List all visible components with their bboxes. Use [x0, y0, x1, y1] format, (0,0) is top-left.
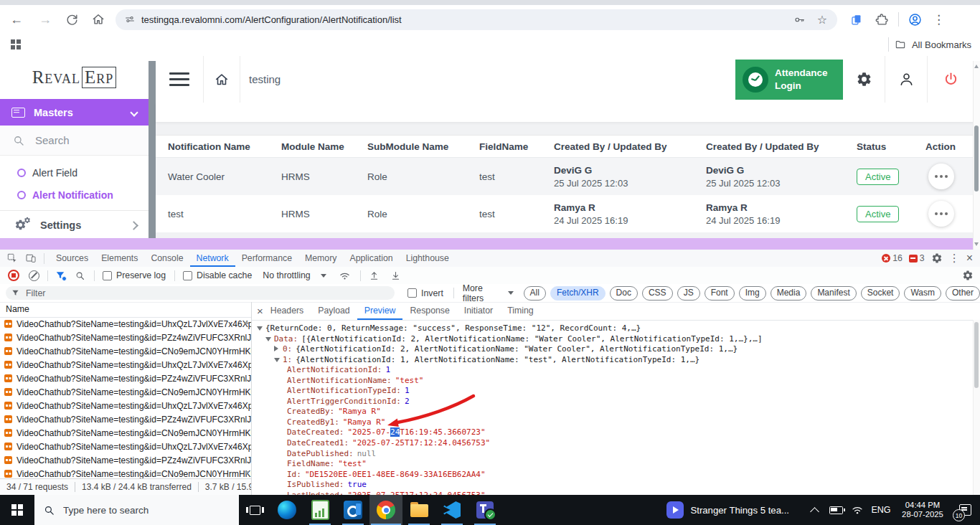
taskbar-search-input[interactable]: [62, 504, 222, 516]
requests-scroll-up-arrow[interactable]: [245, 321, 249, 324]
taskbar-app-outlook[interactable]: [336, 495, 369, 525]
tab-memory[interactable]: Memory: [298, 250, 343, 267]
chip-socket[interactable]: Socket: [861, 286, 900, 301]
request-row[interactable]: VideoChathub?SiteName=testing&id=CNo9emJ…: [0, 426, 251, 440]
notification-center-button[interactable]: 10: [950, 495, 980, 525]
chip-wasm[interactable]: Wasm: [904, 286, 941, 301]
scroll-thumb[interactable]: [974, 126, 979, 191]
taskbar-search[interactable]: [34, 495, 239, 525]
tab-sources[interactable]: Sources: [50, 250, 95, 267]
chip-all[interactable]: All: [524, 286, 546, 301]
scroll-up-arrow[interactable]: [974, 65, 979, 68]
network-indicator[interactable]: [847, 495, 867, 525]
request-row[interactable]: VideoChathub?SiteName=testing&id=CNo9emJ…: [0, 385, 251, 399]
scroll-thumb[interactable]: [974, 322, 979, 388]
site-info-icon[interactable]: [124, 14, 136, 25]
network-conditions-icon[interactable]: [339, 270, 351, 282]
issues-indicator[interactable]: 3: [909, 253, 925, 263]
bookmark-star-icon[interactable]: ☆: [817, 13, 827, 27]
reading-list-icon[interactable]: [849, 13, 863, 27]
request-row[interactable]: VideoChathub?SiteName=testing&id=PZz4wZi…: [0, 453, 251, 467]
chip-css[interactable]: CSS: [642, 286, 673, 301]
sidebar-scrollbar[interactable]: [149, 61, 156, 238]
sidebar-item-settings[interactable]: Settings: [0, 211, 149, 240]
throttling-caret-icon[interactable]: [321, 274, 326, 278]
all-bookmarks-label[interactable]: All Bookmarks: [912, 39, 971, 50]
devtools-close-icon[interactable]: ×: [966, 252, 973, 265]
request-row[interactable]: VideoChathub?SiteName=testing&id=CNo9emJ…: [0, 467, 251, 479]
scroll-down-arrow[interactable]: [974, 242, 979, 246]
requests-scroll-down-arrow[interactable]: [245, 471, 249, 475]
chip-img[interactable]: Img: [739, 286, 766, 301]
url-text[interactable]: testingqa.revalomni.com/AlertConfigurati…: [141, 14, 793, 25]
tab-lighthouse[interactable]: Lighthouse: [400, 250, 456, 267]
json-item0-line[interactable]: 0:{AlertNotificationId: 2, AlertNotifica…: [257, 344, 974, 355]
sidebar-item-alert-field[interactable]: Alert Field: [0, 161, 149, 184]
password-key-icon[interactable]: [793, 14, 806, 26]
user-profile-button[interactable]: [885, 56, 927, 103]
media-control[interactable]: Stranger Things 5 tea...: [666, 501, 789, 519]
devtools-menu-icon[interactable]: ⋮: [949, 252, 960, 265]
disable-cache-checkbox[interactable]: [183, 271, 192, 280]
chip-manifest[interactable]: Manifest: [811, 286, 856, 301]
request-row[interactable]: VideoChathub?SiteName=testing&id=UhxQzL7…: [0, 440, 251, 453]
disable-cache-label[interactable]: Disable cache: [197, 270, 252, 280]
extensions-icon[interactable]: [875, 13, 889, 27]
chip-other[interactable]: Other: [946, 286, 980, 301]
json-root-line[interactable]: {ReturnCode: 0, ReturnMessage: "success"…: [257, 323, 974, 334]
chip-media[interactable]: Media: [771, 286, 807, 301]
taskbar-app-edge[interactable]: [270, 495, 303, 525]
battery-indicator[interactable]: [824, 495, 847, 525]
start-button[interactable]: [0, 495, 34, 525]
import-har-icon[interactable]: [369, 270, 380, 281]
home-button-app[interactable]: [204, 56, 240, 103]
menu-toggle-button[interactable]: [156, 56, 203, 103]
tab-payload[interactable]: Payload: [311, 302, 357, 320]
taskbar-app-notepad[interactable]: [303, 495, 336, 525]
twisty-open-icon[interactable]: [265, 337, 271, 341]
network-settings-gear-icon[interactable]: [962, 270, 974, 281]
profile-icon[interactable]: [908, 12, 923, 27]
reload-button[interactable]: [65, 13, 79, 27]
taskbar-app-chrome[interactable]: [369, 495, 402, 525]
tab-application[interactable]: Application: [343, 250, 399, 267]
requests-name-header[interactable]: Name: [0, 302, 251, 318]
request-row[interactable]: VideoChathub?SiteName=testing&id=UhxQzL7…: [0, 399, 251, 412]
language-indicator[interactable]: ENG: [867, 505, 895, 515]
request-row[interactable]: VideoChathub?SiteName=testing&id=PZz4wZi…: [0, 372, 251, 385]
invert-checkbox[interactable]: [407, 288, 417, 298]
chip-js[interactable]: JS: [677, 286, 700, 301]
clear-network-log-button[interactable]: [29, 270, 39, 281]
media-title[interactable]: Stranger Things 5 tea...: [690, 505, 789, 516]
preview-scrollbar[interactable]: [973, 320, 980, 495]
app-settings-button[interactable]: [843, 56, 885, 103]
network-filter-input[interactable]: [24, 288, 386, 299]
tab-initiator[interactable]: Initiator: [457, 302, 500, 320]
taskbar-app-vscode[interactable]: [435, 495, 468, 525]
media-play-icon[interactable]: [666, 501, 684, 519]
twisty-open-icon[interactable]: [257, 326, 263, 331]
tab-preview[interactable]: Preview: [357, 302, 403, 320]
export-har-icon[interactable]: [390, 270, 401, 281]
chip-font[interactable]: Font: [705, 286, 735, 301]
json-data-line[interactable]: Data:[{AlertNotificationId: 2, AlertNoti…: [257, 334, 974, 345]
row-actions-button[interactable]: [928, 164, 954, 189]
tab-network[interactable]: Network: [190, 250, 235, 267]
tab-headers[interactable]: Headers: [263, 302, 311, 320]
tab-elements[interactable]: Elements: [95, 250, 144, 267]
attendance-login-button[interactable]: Attendance Login: [735, 60, 843, 100]
tab-performance[interactable]: Performance: [235, 250, 298, 267]
request-row[interactable]: VideoChathub?SiteName=testing&id=UhxQzL7…: [0, 358, 251, 372]
preserve-log-checkbox[interactable]: [103, 271, 112, 280]
url-bar[interactable]: testingqa.revalomni.com/AlertConfigurati…: [116, 9, 837, 30]
forward-button[interactable]: →: [39, 12, 52, 27]
sidebar-search-input[interactable]: [34, 133, 137, 147]
request-row[interactable]: VideoChathub?SiteName=testing&id=PZz4wZi…: [0, 412, 251, 426]
search-network-icon[interactable]: [75, 270, 85, 281]
page-scrollbar[interactable]: [973, 61, 980, 250]
logout-button[interactable]: [928, 56, 974, 103]
tab-timing[interactable]: Timing: [500, 302, 540, 320]
filter-toggle-button[interactable]: [55, 270, 65, 280]
preserve-log-label[interactable]: Preserve log: [116, 270, 166, 280]
close-detail-icon[interactable]: ×: [257, 306, 263, 316]
